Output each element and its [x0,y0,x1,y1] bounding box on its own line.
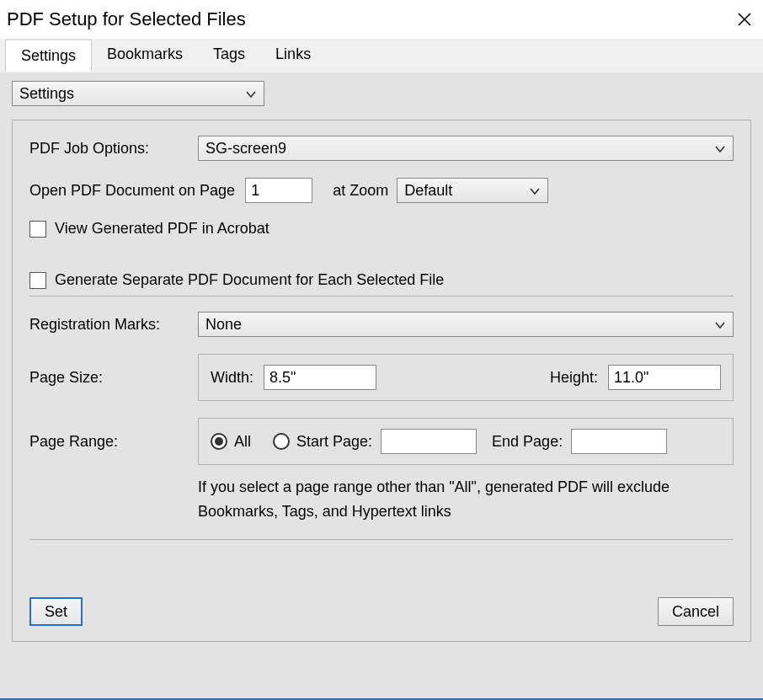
chevron-down-icon [714,316,726,334]
job-options-value: SG-screen9 [205,140,286,158]
page-size-label: Page Size: [29,369,198,387]
page-range-note: If you select a page range other than "A… [198,472,678,524]
height-label: Height: [550,369,598,387]
tab-bookmarks[interactable]: Bookmarks [92,39,198,72]
window-title: PDF Setup for Selected Files [7,8,246,30]
page-range-all-radio[interactable] [211,433,227,450]
page-range-label: Page Range: [29,433,198,451]
page-range-all-label: All [234,433,251,451]
chevron-down-icon [529,182,541,200]
button-label: Set [45,603,67,621]
chevron-down-icon [245,85,257,103]
chevron-down-icon [714,140,726,158]
set-button[interactable]: Set [29,597,83,626]
zoom-value: Default [404,182,452,200]
view-in-acrobat-checkbox[interactable] [29,221,46,238]
divider [29,539,734,540]
registration-marks-value: None [205,316,242,334]
at-zoom-label: at Zoom [333,182,388,200]
close-button[interactable] [734,9,755,29]
page-range-box: All Start Page: End Page: [198,418,734,465]
end-page-label: End Page: [492,433,563,451]
dialog-buttons: Set Cancel [29,597,734,626]
height-input[interactable] [608,365,721,390]
zoom-select[interactable]: Default [397,178,548,203]
page-range-start-radio[interactable] [273,433,290,450]
button-label: Cancel [672,603,719,621]
separate-pdf-label: Generate Separate PDF Document for Each … [55,271,444,289]
title-bar: PDF Setup for Selected Files [0,0,763,39]
close-icon [737,12,752,27]
settings-group: PDF Job Options: SG-screen9 Open PDF Doc… [12,120,751,642]
width-label: Width: [211,369,253,387]
start-page-label: Start Page: [296,433,372,451]
tab-settings[interactable]: Settings [5,39,92,72]
view-in-acrobat-label: View Generated PDF in Acrobat [55,220,269,238]
registration-marks-label: Registration Marks: [29,316,198,334]
job-options-select[interactable]: SG-screen9 [198,136,734,161]
open-page-label: Open PDF Document on Page [29,182,235,200]
cancel-button[interactable]: Cancel [658,597,734,626]
tab-label: Settings [21,47,76,64]
tab-label: Links [275,45,311,62]
job-options-label: PDF Job Options: [29,140,198,158]
section-select[interactable]: Settings [12,81,264,106]
tab-links[interactable]: Links [260,39,326,72]
registration-marks-select[interactable]: None [198,312,734,337]
end-page-input[interactable] [571,429,667,454]
start-page-input[interactable] [381,429,477,454]
divider [29,296,734,297]
section-select-value: Settings [19,85,74,103]
separate-pdf-checkbox[interactable] [29,272,46,289]
tab-label: Tags [213,45,245,62]
tab-tags[interactable]: Tags [198,39,260,72]
tabs: Settings Bookmarks Tags Links [0,39,763,72]
page-size-box: Width: Height: [198,354,734,401]
width-input[interactable] [264,365,376,390]
open-page-input[interactable] [245,178,312,203]
tab-label: Bookmarks [107,45,183,62]
settings-panel: Settings PDF Job Options: SG-screen9 Ope… [0,72,763,698]
